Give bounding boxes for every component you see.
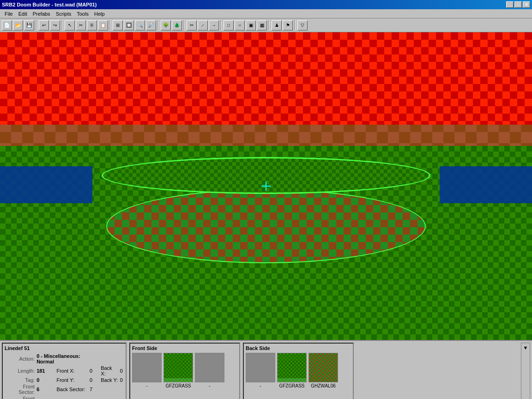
- new-button[interactable]: 📄: [2, 20, 12, 30]
- bottom-panel: Linedef 51 Action: 0 - Miscellaneous: No…: [0, 340, 532, 399]
- back-tex-3[interactable]: GHZWAL06: [308, 353, 338, 388]
- back-x-label: Back X:: [100, 365, 119, 377]
- tree2-button[interactable]: 🌲: [172, 20, 182, 30]
- front-tex-1[interactable]: -: [132, 353, 162, 388]
- tag-label: Tag:: [5, 377, 36, 383]
- window-title: SRB2 Doom Builder - test.wad (MAP01): [2, 2, 97, 7]
- back-tex-2[interactable]: GFZGRASS: [277, 353, 307, 388]
- toolbar: 📄 📂 💾 ↩ ↪ ↖ ✂ ⎘ 📋 ⊞ 🔲 🔍 🔎 🌳 🌲 ✂ ⟋ → □ ○ …: [0, 18, 532, 32]
- front-tex-label-1: -: [146, 383, 147, 388]
- front-tex-label-3: -: [209, 383, 210, 388]
- tag-value: 0: [36, 377, 55, 383]
- undo-button[interactable]: ↩: [39, 20, 49, 30]
- front-tex-preview-3[interactable]: [195, 353, 224, 382]
- circle-button[interactable]: ○: [235, 20, 245, 30]
- grid-button[interactable]: ⊞: [113, 20, 123, 30]
- crosshair: [261, 181, 271, 191]
- back-side-panel: Back Side - GFZGRASS GHZWAL06: [243, 343, 354, 399]
- back-y-value: 0: [119, 377, 124, 383]
- front-sector-value: 6: [36, 383, 55, 395]
- square-button[interactable]: □: [224, 20, 234, 30]
- linedef-info-panel: Linedef 51 Action: 0 - Miscellaneous: No…: [2, 343, 127, 399]
- back-y-label: Back Y:: [100, 377, 119, 383]
- sep8: [295, 20, 296, 30]
- front-tex-preview-2[interactable]: [163, 353, 193, 382]
- sep2: [62, 20, 63, 30]
- length-label: Length:: [5, 365, 36, 377]
- tag-row: Tag: 0 Front Y: 0 Back Y: 0: [5, 377, 124, 383]
- copy-button[interactable]: ⎘: [87, 20, 97, 30]
- water-left: [0, 166, 92, 203]
- filter-button[interactable]: ▽: [297, 20, 308, 30]
- menu-tools[interactable]: Tools: [74, 10, 91, 18]
- front-tex-2[interactable]: GFZGRASS: [163, 353, 193, 388]
- panel-dropdown[interactable]: ▼: [521, 343, 530, 399]
- height-row: Front Height: 880 Back Height: 880: [5, 395, 124, 399]
- menu-scripts[interactable]: Scripts: [53, 10, 74, 18]
- back-tex-preview-2[interactable]: [277, 353, 307, 382]
- front-y-value: 0: [89, 377, 100, 383]
- back-tex-preview-3[interactable]: [308, 353, 338, 382]
- back-height-value: 880: [89, 395, 100, 399]
- menu-bar: File Edit Prefabs Scripts Tools Help: [0, 9, 532, 18]
- menu-prefabs[interactable]: Prefabs: [30, 10, 53, 18]
- menu-file[interactable]: File: [2, 10, 16, 18]
- cut-button[interactable]: ✂: [76, 20, 86, 30]
- sky-ceiling: [0, 32, 532, 125]
- scissors2-button[interactable]: ✂: [187, 20, 197, 30]
- water-right: [440, 166, 532, 203]
- line-button[interactable]: ⟋: [198, 20, 208, 30]
- open-button[interactable]: 📂: [13, 20, 23, 30]
- close-button[interactable]: ✕: [523, 1, 530, 8]
- front-side-panel: Front Side - GFZGRASS -: [129, 343, 240, 399]
- sep7: [269, 20, 270, 30]
- front-tex-label-2: GFZGRASS: [165, 383, 191, 388]
- front-x-value: 0: [89, 365, 100, 377]
- sector-button[interactable]: ▦: [257, 20, 267, 30]
- action-value: 0 - Miscellaneous: Normal: [36, 353, 100, 365]
- front-tex-preview-1[interactable]: [132, 353, 162, 382]
- action-row: Action: 0 - Miscellaneous: Normal: [5, 353, 124, 365]
- select-button[interactable]: ↖: [65, 20, 75, 30]
- back-tex-label-1: -: [260, 383, 261, 388]
- linedef-title: Linedef 51: [5, 345, 124, 351]
- thing-button[interactable]: ♟: [272, 20, 282, 30]
- action-label: Action:: [5, 353, 36, 365]
- back-height-label: Back Height:: [55, 395, 88, 399]
- back-side-title: Back Side: [246, 345, 351, 351]
- save-button[interactable]: 💾: [24, 20, 34, 30]
- redo-button[interactable]: ↪: [50, 20, 60, 30]
- scene: [0, 32, 532, 340]
- length-row: Length: 181 Front X: 0 Back X: 0: [5, 365, 124, 377]
- menu-edit[interactable]: Edit: [16, 10, 30, 18]
- fill-button[interactable]: ▣: [246, 20, 256, 30]
- minimize-button[interactable]: _: [506, 1, 514, 8]
- tree-button[interactable]: 🌳: [161, 20, 171, 30]
- front-side-title: Front Side: [132, 345, 237, 351]
- sep5: [184, 20, 185, 30]
- front-height-value: 880: [36, 395, 55, 399]
- back-tex-1[interactable]: -: [246, 353, 275, 388]
- front-sector-label: Front Sector:: [5, 383, 36, 395]
- viewport[interactable]: [0, 32, 532, 340]
- sep1: [36, 20, 37, 30]
- title-bar: SRB2 Doom Builder - test.wad (MAP01) _ □…: [0, 0, 532, 9]
- menu-help[interactable]: Help: [91, 10, 108, 18]
- window-controls[interactable]: _ □ ✕: [506, 1, 530, 8]
- platform-side: [106, 189, 426, 263]
- back-sector-label: Back Sector:: [55, 383, 88, 395]
- maximize-button[interactable]: □: [514, 1, 522, 8]
- front-tex-3[interactable]: -: [195, 353, 224, 388]
- zoom-in-button[interactable]: 🔍: [135, 20, 145, 30]
- front-texture-row: - GFZGRASS -: [132, 353, 237, 388]
- arrow-button[interactable]: →: [209, 20, 219, 30]
- zoom-out-button[interactable]: 🔎: [146, 20, 156, 30]
- sep4: [158, 20, 159, 30]
- paste-button[interactable]: 📋: [98, 20, 108, 30]
- back-texture-row: - GFZGRASS GHZWAL06: [246, 353, 351, 388]
- snap-button[interactable]: 🔲: [124, 20, 134, 30]
- info-row: Linedef 51 Action: 0 - Miscellaneous: No…: [0, 341, 532, 399]
- back-tex-preview-1[interactable]: [246, 353, 275, 382]
- sector-row: Front Sector: 6 Back Sector: 7: [5, 383, 124, 395]
- flag-button[interactable]: ⚑: [283, 20, 293, 30]
